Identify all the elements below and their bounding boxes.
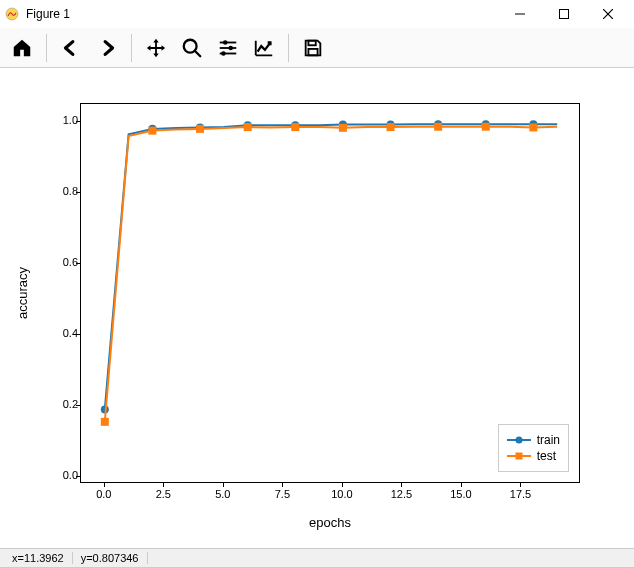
svg-rect-34: [529, 123, 537, 131]
svg-rect-33: [482, 123, 490, 131]
svg-point-10: [228, 45, 233, 50]
x-tick-label: 5.0: [215, 488, 230, 500]
y-tick-label: 0.0: [48, 469, 78, 481]
legend-label: test: [537, 449, 556, 463]
plot-box: train test: [80, 103, 580, 483]
svg-point-8: [223, 40, 228, 45]
svg-rect-36: [515, 453, 522, 460]
toolbar: [0, 28, 634, 68]
svg-point-12: [221, 51, 226, 56]
legend-item-test: test: [507, 449, 560, 463]
forward-button[interactable]: [89, 30, 125, 66]
y-tick-label: 0.4: [48, 327, 78, 339]
close-button[interactable]: [586, 0, 630, 28]
home-button[interactable]: [4, 30, 40, 66]
svg-rect-26: [148, 127, 156, 135]
legend-item-train: train: [507, 433, 560, 447]
separator: [288, 34, 289, 62]
titlebar: Figure 1: [0, 0, 634, 28]
back-button[interactable]: [53, 30, 89, 66]
y-axis-label: accuracy: [15, 267, 30, 319]
pan-button[interactable]: [138, 30, 174, 66]
x-tick-label: 17.5: [510, 488, 531, 500]
window-controls: [498, 0, 630, 28]
svg-rect-2: [560, 10, 569, 19]
legend-label: train: [537, 433, 560, 447]
svg-rect-25: [101, 418, 109, 426]
x-tick-label: 2.5: [156, 488, 171, 500]
x-axis-label: epochs: [309, 515, 351, 530]
save-button[interactable]: [295, 30, 331, 66]
svg-rect-14: [308, 48, 317, 54]
separator: [131, 34, 132, 62]
y-tick-label: 1.0: [48, 114, 78, 126]
x-tick-label: 0.0: [96, 488, 111, 500]
edit-axis-button[interactable]: [246, 30, 282, 66]
window-title: Figure 1: [26, 7, 498, 21]
status-y: y=0.807346: [73, 552, 148, 564]
maximize-button[interactable]: [542, 0, 586, 28]
x-tick-label: 12.5: [391, 488, 412, 500]
legend: train test: [498, 424, 569, 472]
svg-point-35: [515, 437, 522, 444]
separator: [46, 34, 47, 62]
x-tick-label: 7.5: [275, 488, 290, 500]
svg-rect-13: [308, 40, 315, 45]
x-tick-label: 10.0: [331, 488, 352, 500]
svg-rect-27: [196, 125, 204, 133]
svg-rect-32: [434, 123, 442, 131]
svg-rect-31: [387, 123, 395, 131]
status-x: x=11.3962: [4, 552, 73, 564]
y-tick-label: 0.8: [48, 185, 78, 197]
statusbar: x=11.3962 y=0.807346: [0, 548, 634, 568]
svg-rect-29: [291, 123, 299, 131]
app-icon: [4, 6, 20, 22]
zoom-button[interactable]: [174, 30, 210, 66]
configure-button[interactable]: [210, 30, 246, 66]
svg-line-6: [195, 50, 201, 56]
y-tick-label: 0.6: [48, 256, 78, 268]
minimize-button[interactable]: [498, 0, 542, 28]
x-tick-label: 15.0: [450, 488, 471, 500]
svg-rect-28: [244, 123, 252, 131]
y-tick-label: 0.2: [48, 398, 78, 410]
svg-rect-30: [339, 124, 347, 132]
chart-area[interactable]: accuracy epochs train test 0.00.20.40.60…: [0, 68, 634, 548]
